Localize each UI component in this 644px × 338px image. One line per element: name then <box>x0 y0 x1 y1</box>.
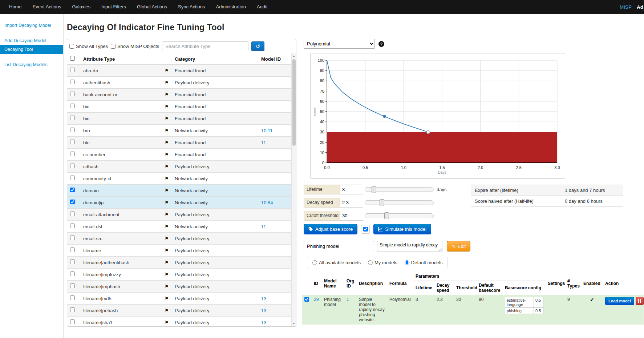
radio-my-models[interactable]: My models <box>368 260 397 265</box>
flag-icon[interactable]: ⚑ <box>165 248 169 253</box>
attribute-row-filename[interactable]: filename⚑Payload delivery <box>67 245 292 257</box>
attribute-row-filename|impfuzzy[interactable]: filename|impfuzzy⚑Payload delivery <box>67 269 292 281</box>
attached-model-id-link[interactable]: 10 <box>261 200 266 205</box>
adjust-base-score-checkbox[interactable] <box>363 227 368 232</box>
flag-icon[interactable]: ⚑ <box>165 284 169 289</box>
attribute-checkbox[interactable] <box>70 68 75 72</box>
attribute-row-filename|md5[interactable]: filename|md5⚑Payload delivery13 <box>67 293 292 305</box>
attribute-row-filename|authentihash[interactable]: filename|authentihash⚑Payload delivery <box>67 257 292 269</box>
attribute-row-bank-account-nr[interactable]: bank-account-nr⚑Financial fraud <box>67 89 292 101</box>
attribute-checkbox[interactable] <box>70 152 75 156</box>
attribute-row-domain[interactable]: domain⚑Network activity <box>67 185 292 197</box>
flag-icon[interactable]: ⚑ <box>165 236 169 241</box>
flag-icon[interactable]: ⚑ <box>165 296 169 301</box>
refresh-button[interactable]: ↺ <box>251 41 264 51</box>
formula-select[interactable]: Polynomial <box>304 39 375 49</box>
attribute-row-email-attachment[interactable]: email-attachment⚑Payload delivery <box>67 209 292 221</box>
edit-model-button[interactable]: ✎ Edit <box>447 241 470 252</box>
lifetime-slider[interactable] <box>365 186 434 193</box>
attribute-checkbox[interactable] <box>70 80 75 84</box>
scrollbar-up-icon[interactable]: ▲ <box>292 53 296 59</box>
cutoff-threshold-slider[interactable] <box>365 212 434 220</box>
attached-model-id-link[interactable]: 13 <box>261 296 266 301</box>
nav-item-home[interactable]: Home <box>4 0 27 14</box>
flag-icon[interactable]: ⚑ <box>165 92 169 97</box>
flag-icon[interactable]: ⚑ <box>165 152 169 157</box>
flag-icon[interactable]: ⚑ <box>165 200 169 205</box>
decay-speed-input[interactable] <box>340 198 363 208</box>
attribute-checkbox[interactable] <box>70 176 75 180</box>
show-misp-objects-toggle[interactable]: Show MISP Objects <box>111 44 159 49</box>
nav-item-audit[interactable]: Audit <box>251 0 273 14</box>
show-all-types-checkbox[interactable] <box>69 44 74 49</box>
model-description-textarea[interactable]: Simple model to rapidly decay <box>377 241 442 252</box>
scrollbar[interactable]: ▲ ▼ <box>291 53 296 326</box>
attached-model-id-link[interactable]: 11 <box>261 224 266 229</box>
attribute-checkbox[interactable] <box>70 248 75 252</box>
search-attribute-input[interactable] <box>162 41 248 51</box>
attribute-row-community-id[interactable]: community-id⚑Network activity <box>67 173 292 185</box>
attribute-row-bin[interactable]: bin⚑Financial fraud <box>67 113 292 125</box>
attribute-row-filename|imphash[interactable]: filename|imphash⚑Payload delivery <box>67 281 292 293</box>
lifetime-input[interactable] <box>340 185 363 194</box>
simulate-model-button[interactable]: Simulate this model <box>373 224 431 234</box>
adjust-base-score-button[interactable]: Adjust base score <box>304 224 357 234</box>
attribute-row-cc-number[interactable]: cc-number⚑Financial fraud <box>67 149 292 161</box>
attribute-checkbox[interactable] <box>70 104 75 108</box>
attribute-checkbox[interactable] <box>70 236 75 240</box>
attribute-row-email-src[interactable]: email-src⚑Payload delivery <box>67 233 292 245</box>
nav-user-menu[interactable]: Ad <box>637 4 644 10</box>
attached-model-id-link[interactable]: 10 <box>261 128 266 133</box>
help-icon[interactable]: ? <box>378 41 384 47</box>
attached-model-id-link[interactable]: 11 <box>261 140 266 145</box>
flag-icon[interactable]: ⚑ <box>165 188 169 193</box>
flag-icon[interactable]: ⚑ <box>165 164 169 169</box>
attribute-row-email-dst[interactable]: email-dst⚑Network activity11 <box>67 221 292 233</box>
model-name-input[interactable] <box>304 241 374 251</box>
attribute-checkbox[interactable] <box>70 224 75 228</box>
attribute-row-authentihash[interactable]: authentihash⚑Payload delivery <box>67 77 292 89</box>
flag-icon[interactable]: ⚑ <box>165 260 169 265</box>
scrollbar-thumb[interactable] <box>292 59 296 146</box>
all-available-models-radio[interactable] <box>312 260 317 265</box>
sidebar-item-add-decaying-model[interactable]: Add Decaying Model <box>0 36 63 45</box>
attribute-row-filename|sha1[interactable]: filename|sha1⚑Payload delivery13 <box>67 317 292 327</box>
model-id-link[interactable]: 29 <box>314 297 319 302</box>
attribute-checkbox[interactable] <box>70 259 75 264</box>
pause-model-button[interactable] <box>636 297 644 305</box>
attribute-row-btc[interactable]: btc⚑Financial fraud11 <box>67 137 292 149</box>
attribute-checkbox[interactable] <box>70 212 75 216</box>
attribute-checkbox[interactable] <box>70 271 75 276</box>
attribute-checkbox[interactable] <box>70 128 75 132</box>
attribute-checkbox[interactable] <box>70 283 75 288</box>
show-misp-objects-checkbox[interactable] <box>111 44 116 49</box>
flag-icon[interactable]: ⚑ <box>165 212 169 217</box>
model-row[interactable]: 29 Phishing model 1 Simple model to rapi… <box>302 295 644 325</box>
attached-model-id-link[interactable]: 13 <box>261 320 266 325</box>
org-id-link[interactable]: 1 <box>347 297 349 302</box>
nav-item-global-actions[interactable]: Global Actions <box>131 0 173 14</box>
flag-icon[interactable]: ⚑ <box>165 272 169 277</box>
attribute-row-aba-rtn[interactable]: aba-rtn⚑Financial fraud <box>67 65 292 77</box>
nav-item-sync-actions[interactable]: Sync Actions <box>173 0 210 14</box>
radio-all-available-models[interactable]: All available models <box>312 260 361 265</box>
flag-icon[interactable]: ⚑ <box>165 224 169 229</box>
flag-icon[interactable]: ⚑ <box>165 140 169 145</box>
my-models-radio[interactable] <box>368 260 373 265</box>
attached-model-id-link[interactable]: 11 <box>268 128 273 133</box>
show-all-types-toggle[interactable]: Show All Types <box>69 44 108 49</box>
model-row-checkbox[interactable] <box>304 297 309 302</box>
sidebar-item-import-decaying-model[interactable]: Import Decaying Model <box>0 21 63 30</box>
attribute-checkbox[interactable] <box>70 164 75 168</box>
flag-icon[interactable]: ⚑ <box>165 104 169 109</box>
attribute-checkbox[interactable] <box>70 140 75 144</box>
nav-item-input-filters[interactable]: Input Filters <box>96 0 131 14</box>
decay-speed-slider[interactable] <box>365 199 434 206</box>
flag-icon[interactable]: ⚑ <box>165 320 169 325</box>
default-models-radio[interactable] <box>405 260 409 265</box>
attribute-checkbox[interactable] <box>70 200 75 204</box>
nav-item-galaxies[interactable]: Galaxies <box>66 0 96 14</box>
attached-model-id-link[interactable]: 13 <box>261 308 266 313</box>
flag-icon[interactable]: ⚑ <box>165 80 169 85</box>
nav-item-event-actions[interactable]: Event Actions <box>27 0 67 14</box>
